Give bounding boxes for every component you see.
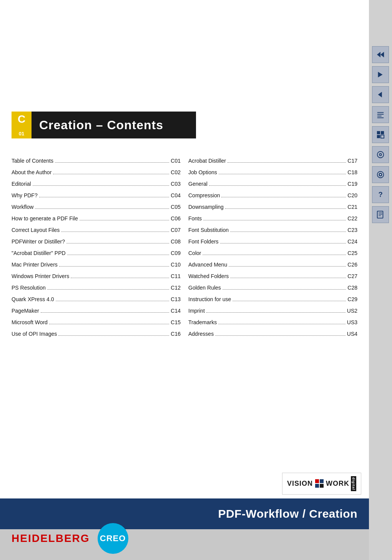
toc-item-dots — [223, 289, 346, 290]
toc-item-page: C12 — [171, 285, 181, 291]
toc-item: Advanced MenuC26 — [188, 262, 357, 268]
toc-item-page: C27 — [347, 273, 357, 279]
toc-item-dots — [229, 266, 346, 267]
toc-item-page: US3 — [347, 319, 357, 325]
toc-item-dots — [58, 335, 169, 336]
toc-item-dots — [203, 220, 346, 220]
help-button[interactable]: ? — [372, 186, 389, 203]
toc-right-column: Acrobat DistillerC17Job OptionsC18Genera… — [188, 158, 357, 342]
toc-item-page: C06 — [171, 215, 181, 222]
svg-marker-0 — [377, 52, 380, 58]
toc-item-label: Microsoft Word — [12, 319, 48, 325]
toc-item-label: Correct Layout Files — [12, 227, 60, 233]
toc-item-label: Use of OPI Images — [12, 331, 57, 337]
toc-item-dots — [209, 185, 346, 186]
digital-text: digital — [351, 476, 356, 492]
toc-item-page: C02 — [171, 169, 181, 175]
toc-item-dots — [225, 208, 346, 209]
creo-text: CREO — [100, 533, 126, 543]
toc-item-dots — [220, 243, 346, 243]
toc-item-dots — [203, 255, 346, 255]
toc-item-label: Compression — [188, 192, 220, 198]
toc-item-page: C23 — [347, 227, 357, 233]
svg-point-13 — [379, 153, 382, 156]
toc-item-dots — [71, 278, 169, 278]
toc-item-page: US4 — [347, 331, 357, 337]
creo-logo: CREO — [98, 523, 128, 554]
svg-rect-11 — [381, 135, 384, 138]
toc-item-label: "Acrobat Distiller" PPD — [12, 250, 66, 256]
toc-item-dots — [33, 185, 169, 186]
toc-item-dots — [219, 174, 346, 174]
toc-item-dots — [80, 220, 169, 220]
table-button[interactable] — [372, 126, 389, 143]
toc-item-page: C10 — [171, 262, 181, 268]
rewind-button[interactable] — [372, 46, 389, 63]
toc-item-page: C09 — [171, 250, 181, 256]
toc-item-label: Color — [188, 250, 201, 256]
svg-point-16 — [380, 174, 381, 175]
toc-item: How to generate a PDF FileC06 — [12, 215, 181, 222]
toc-item: FontsC22 — [188, 215, 357, 222]
toc-item-label: Addresses — [188, 331, 214, 337]
section-letter: C — [18, 114, 25, 125]
forward-button[interactable] — [372, 66, 389, 83]
toc-item-page: C20 — [347, 192, 357, 198]
toc-item-label: PageMaker — [12, 308, 39, 314]
toc-item-label: Table of Contents — [12, 158, 53, 164]
disc-button[interactable] — [372, 166, 389, 183]
toc-item-page: C01 — [171, 158, 181, 164]
toc-item: About the AuthorC02 — [12, 169, 181, 175]
toc-item-dots — [221, 197, 346, 197]
toc-item-page: C24 — [347, 238, 357, 245]
section-badge: C 01 — [12, 112, 32, 138]
toc-item-label: Why PDF? — [12, 192, 38, 198]
toc-item: Font FoldersC24 — [188, 238, 357, 245]
toc-item: Correct Layout FilesC07 — [12, 227, 181, 233]
section-number: 01 — [19, 131, 24, 136]
toc-item: ColorC25 — [188, 250, 357, 256]
back-button[interactable] — [372, 86, 389, 103]
toc-item: Microsoft WordC15 — [12, 319, 181, 325]
vision-text: VISION — [287, 480, 313, 488]
toc-item: Golden RulesC28 — [188, 285, 357, 291]
toc-item-label: Font Substitution — [188, 227, 229, 233]
svg-rect-8 — [377, 131, 380, 134]
toc-item: Font SubstitutionC23 — [188, 227, 357, 233]
heidelberg-logo: HEIDELBERG — [12, 532, 90, 545]
toc-item-page: C21 — [347, 204, 357, 210]
toc-item-page: C18 — [347, 169, 357, 175]
toc-item-page: C05 — [171, 204, 181, 210]
toc-item: Instruction for useC29 — [188, 296, 357, 302]
toc-item-page: C19 — [347, 181, 357, 187]
toc-item-dots — [49, 324, 169, 324]
toc-item-page: C07 — [171, 227, 181, 233]
section-title: Creation – Contents — [39, 118, 163, 132]
toc-item-page: C28 — [347, 285, 357, 291]
svg-rect-6 — [377, 116, 382, 117]
toc-item: CompressionC20 — [188, 192, 357, 198]
svg-text:?: ? — [378, 190, 382, 198]
notes-button[interactable] — [372, 206, 389, 223]
toc-item-page: C04 — [171, 192, 181, 198]
toc-item-label: Trademarks — [188, 319, 217, 325]
toc-item-page: C08 — [171, 238, 181, 245]
toc-item-dots — [41, 312, 169, 313]
toc-item-dots — [230, 278, 346, 278]
toc-item: Mac Printer DriversC10 — [12, 262, 181, 268]
svg-marker-3 — [378, 92, 382, 98]
toc-item-dots — [55, 162, 169, 163]
toc-item-dots — [228, 162, 346, 163]
toc-item-dots — [59, 266, 169, 267]
svg-rect-9 — [381, 131, 384, 134]
toc-item: Use of OPI ImagesC16 — [12, 331, 181, 337]
toc-item: DownsamplingC21 — [188, 204, 357, 210]
toc-item-page: C25 — [347, 250, 357, 256]
toc-item-label: Windows Printer Drivers — [12, 273, 69, 279]
toc-item-dots — [39, 197, 169, 197]
cd-button[interactable] — [372, 146, 389, 163]
work-text: WORK — [326, 480, 349, 488]
menu-button[interactable] — [372, 106, 389, 123]
toc-item: Windows Printer DriversC11 — [12, 273, 181, 279]
bottom-logos: HEIDELBERG CREO — [12, 523, 128, 554]
